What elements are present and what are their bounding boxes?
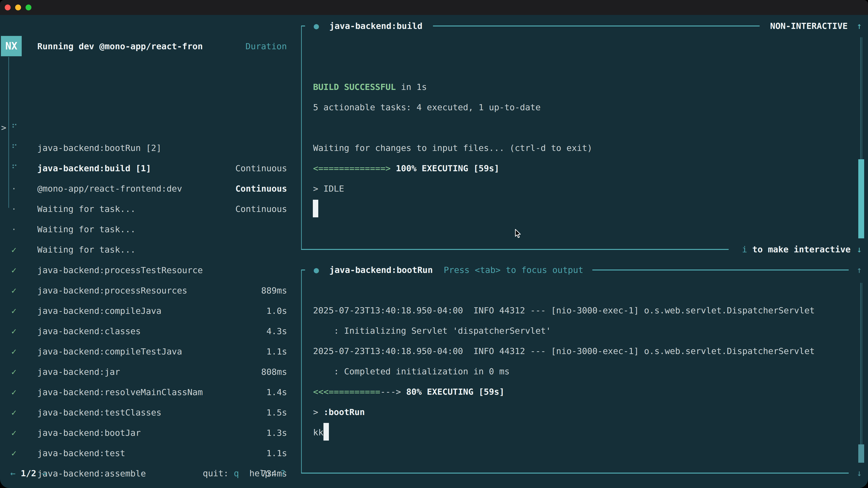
task-row[interactable]: ⠋ java-backend:bootRun [2] Continuous (0, 77, 301, 97)
task-name: java-backend:test (37, 443, 125, 463)
task-row[interactable]: ✓ java-backend:test 734ms (0, 402, 301, 423)
help-hint-label: help: (249, 468, 280, 478)
bootrun-progress-line: <<<==========--->80% EXECUTING [59s] (313, 382, 504, 402)
bootrun-panel-title: java-backend:bootRun (329, 260, 433, 280)
tasks-header-title: Running dev @mono-app/react-fron (37, 36, 203, 57)
minimize-button[interactable] (15, 4, 21, 10)
task-row[interactable]: ✓ java-backend:resolveMainClassNam 1.5s (0, 341, 301, 362)
build-status: BUILD SUCCESSFUL (313, 82, 396, 92)
bootrun-panel-header: ● (314, 260, 319, 280)
progress-bar: ========== (329, 387, 380, 397)
task-duration: 774ms (261, 484, 287, 488)
quit-hint-label: quit: (203, 468, 234, 478)
progress-head: <<< (313, 387, 329, 397)
prompt-chevron: > (313, 407, 318, 417)
task-duration: 1.1s (266, 443, 287, 463)
terminal-cursor (313, 200, 318, 217)
scroll-down-arrow[interactable]: ↓ (857, 463, 862, 483)
quit-key: q (234, 468, 239, 478)
task-row[interactable]: · Waiting for task... (0, 158, 301, 178)
scroll-up-arrow[interactable]: ↑ (857, 16, 862, 36)
help-key: ? (280, 468, 285, 478)
duration-column-header: Duration (246, 36, 287, 57)
pagination: ← 1/2 → (10, 463, 46, 484)
progress-tail: > (385, 163, 391, 173)
prompt-command: :bootRun (323, 407, 365, 417)
close-button[interactable] (5, 4, 11, 10)
page-indicator: 1/2 (21, 468, 36, 478)
bootrun-prompt-line: >:bootRun (313, 402, 365, 422)
task-status-dot: ● (314, 260, 319, 280)
terminal-window: NX Running dev @mono-app/react-fron Dura… (0, 0, 868, 488)
task-row[interactable]: > ⠋ java-backend:build [1] Continuous (0, 97, 301, 118)
scrollbar-thumb[interactable] (858, 445, 864, 463)
log-line: 2025-07-23T13:40:18.950-04:00 INFO 44312… (313, 300, 815, 321)
bootrun-panel-title-line (592, 269, 849, 270)
build-panel-title-line (433, 26, 760, 26)
key-hints: quit: q help: ? (203, 463, 285, 484)
maximize-button[interactable] (26, 4, 31, 10)
interactive-key: i (742, 245, 747, 254)
scroll-up-arrow[interactable]: ↑ (857, 260, 862, 280)
task-row[interactable]: ✓ java-backend:classes 1.1s (0, 281, 301, 301)
titlebar[interactable] (0, 0, 868, 15)
prev-page-arrow[interactable]: ← (10, 468, 16, 478)
task-row[interactable]: ✓ java-backend:assemble 774ms (0, 423, 301, 443)
build-panel-left-border (301, 26, 302, 250)
terminal-cursor (323, 423, 329, 441)
log-line: : Initializing Servlet 'dispatcherServle… (313, 321, 551, 341)
task-row[interactable]: ✓ java-backend:bootJar 1.1s (0, 382, 301, 402)
build-status-line: BUILD SUCCESSFUL in 1s (313, 77, 427, 97)
progress-tail: ---> (380, 387, 401, 397)
task-row[interactable]: ✓ java-backend:jar 1.4s (0, 321, 301, 341)
progress-label: 100% EXECUTING [59s] (396, 163, 499, 173)
log-line: 2025-07-23T13:40:18.950-04:00 INFO 44312… (313, 341, 815, 361)
task-name: java-backend:assemble (37, 463, 146, 484)
build-summary: 5 actionable tasks: 4 executed, 1 up-to-… (313, 97, 541, 118)
build-progress-line: <=============>100% EXECUTING [59s] (313, 158, 499, 178)
progress-head: < (313, 163, 318, 173)
build-waiting-line: Waiting for changes to input files... (c… (313, 138, 592, 158)
bootrun-typed-input[interactable]: kk (313, 422, 323, 443)
bootrun-panel-bottom-border (301, 473, 849, 474)
scroll-down-arrow[interactable]: ↓ (857, 239, 862, 260)
task-row[interactable]: · Waiting for task... (0, 138, 301, 158)
task-row[interactable]: ✓ java-backend:testClasses 1.3s (0, 362, 301, 382)
mouse-cursor (515, 229, 522, 239)
task-row[interactable]: ✓ java-backend:compileJava 4.3s (0, 260, 301, 281)
task-row[interactable]: ✓ java-backend:processTestResource 889ms (0, 219, 301, 240)
next-page-arrow[interactable]: → (41, 468, 46, 478)
task-row[interactable]: ✓ java-backend:compileTestJava 808ms (0, 301, 301, 321)
check-icon: ✓ (11, 443, 17, 463)
build-panel-footer-hint: ito make interactive (742, 239, 850, 260)
scrollbar-track[interactable] (860, 283, 862, 445)
progress-label: 80% EXECUTING [59s] (406, 387, 504, 397)
build-panel-title: java-backend:build (329, 16, 423, 36)
task-row[interactable]: · Waiting for task... (0, 178, 301, 199)
task-status-dot: ● (314, 16, 319, 36)
build-panel-bottom-border (301, 249, 729, 250)
scrollbar-track[interactable] (860, 37, 862, 159)
build-idle-line: > IDLE (313, 178, 344, 199)
focus-output-hint: Press <tab> to focus output (444, 260, 583, 280)
bootrun-panel-left-border (301, 269, 302, 474)
interactive-hint-label: to make interactive (752, 245, 850, 254)
nx-logo: NX (1, 36, 22, 56)
progress-bar: ============= (318, 163, 385, 173)
log-line: : Completed initialization in 0 ms (313, 361, 509, 382)
build-panel-header: ● (314, 16, 319, 36)
build-status-detail: in 1s (396, 82, 427, 92)
build-panel-mode-badge: NON-INTERACTIVE (770, 16, 848, 36)
task-name: Waiting for task... (37, 199, 135, 219)
scrollbar-thumb[interactable] (858, 159, 864, 238)
task-row[interactable]: ✓ java-backend:processResources 1.0s (0, 240, 301, 260)
task-duration: Continuous (235, 199, 287, 219)
task-row[interactable]: ⠋ @mono-app/react-frontend:dev Continuou… (0, 118, 301, 138)
